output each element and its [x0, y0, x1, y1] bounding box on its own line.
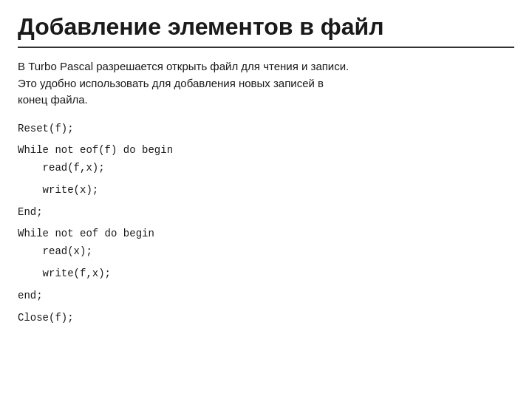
code-line: write(f,x);	[18, 265, 514, 283]
code-line: read(f,x);	[18, 160, 514, 177]
code-line: write(x);	[18, 182, 514, 200]
code-line: End;	[18, 204, 514, 222]
description-line3: конец файла.	[18, 93, 88, 106]
page-title: Добавление элементов в файл	[18, 13, 514, 41]
code-line: read(x);	[18, 243, 514, 261]
code-line: While not eof do begin	[18, 225, 514, 243]
description-block: В Turbo Pascal разрешается открыть файл …	[18, 58, 514, 109]
code-line: Reset(f);	[18, 120, 514, 138]
code-line: end;	[18, 287, 514, 305]
title-section: Добавление элементов в файл	[18, 13, 514, 48]
code-block: Reset(f); While not eof(f) do begin read…	[18, 120, 514, 327]
code-line: Close(f);	[18, 310, 514, 327]
code-line: While not eof(f) do begin	[18, 142, 514, 160]
description-line1: В Turbo Pascal разрешается открыть файл …	[18, 60, 349, 72]
page-container: Добавление элементов в файл В Turbo Pasc…	[0, 0, 532, 399]
description-line2: Это удобно использовать для добавления н…	[18, 77, 324, 89]
